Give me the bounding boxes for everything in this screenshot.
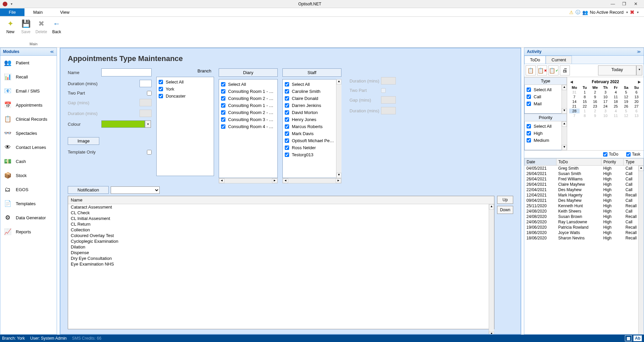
back-icon: ← <box>53 19 60 28</box>
record-dropdown-icon[interactable]: ▾ <box>626 10 628 14</box>
app-icon <box>3 2 7 6</box>
window-title: Optisoft.NET <box>12 2 607 6</box>
minimize-button[interactable]: ― <box>607 1 619 6</box>
titlebar: ▾ Optisoft.NET ― ❐ ✕ <box>0 0 644 8</box>
new-button[interactable]: ✦ New <box>3 18 18 36</box>
close-button[interactable]: ✕ <box>630 1 641 6</box>
menubar: File Main View ⚠ ⓘ 👥 No Active Record ▾ … <box>0 8 644 17</box>
menu-file[interactable]: File <box>0 8 24 16</box>
back-button[interactable]: ← Back <box>49 18 64 36</box>
delete-icon: ✖ <box>38 19 44 28</box>
maximize-button[interactable]: ❐ <box>619 1 630 6</box>
people-icon: 👥 <box>582 10 588 15</box>
new-icon: ✦ <box>7 19 13 28</box>
menu-main[interactable]: Main <box>24 8 51 16</box>
clear-record-icon[interactable]: ✖ <box>630 9 634 15</box>
help-icon[interactable]: ⓘ <box>576 9 580 15</box>
ribbon: ✦ New 💾 Save ✖ Delete ← Back Main <box>0 17 644 48</box>
warning-icon[interactable]: ⚠ <box>569 10 574 15</box>
active-record-label[interactable]: No Active Record <box>590 10 624 15</box>
save-button[interactable]: 💾 Save <box>18 18 34 36</box>
delete-button[interactable]: ✖ Delete <box>34 18 49 36</box>
clear-dropdown-icon[interactable]: ▾ <box>637 10 639 14</box>
menu-view[interactable]: View <box>51 8 78 16</box>
save-icon: 💾 <box>21 19 31 28</box>
ribbon-group-label: Main <box>30 42 38 47</box>
